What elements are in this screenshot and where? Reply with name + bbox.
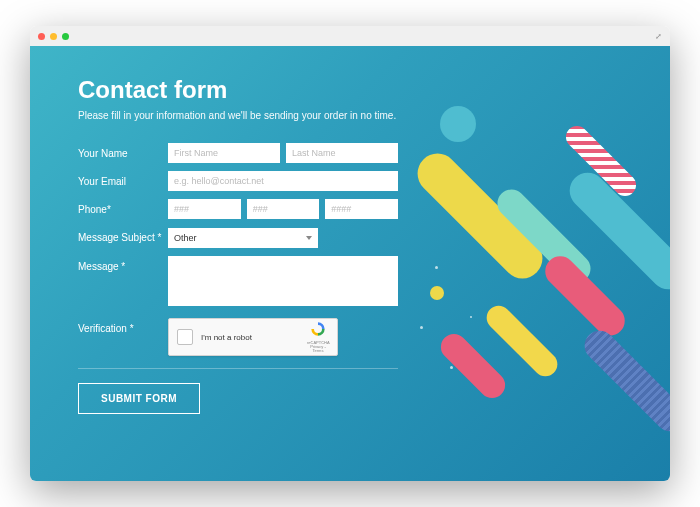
expand-icon[interactable]: ⤢ bbox=[655, 32, 662, 41]
subject-row: Message Subject * Other bbox=[78, 227, 622, 248]
close-window-button[interactable] bbox=[38, 33, 45, 40]
email-row: Your Email bbox=[78, 171, 622, 191]
last-name-input[interactable] bbox=[286, 143, 398, 163]
name-label: Your Name bbox=[78, 143, 168, 159]
recaptcha-widget: I'm not a robot reCAPTCHA Privacy - Term… bbox=[168, 318, 338, 356]
email-input[interactable] bbox=[168, 171, 398, 191]
page-subtitle: Please fill in your information and we'l… bbox=[78, 110, 622, 121]
browser-window: ⤢ Contact form Please fill in your infor… bbox=[30, 26, 670, 481]
page-title: Contact form bbox=[78, 76, 622, 104]
phone-row: Phone* bbox=[78, 199, 622, 219]
first-name-input[interactable] bbox=[168, 143, 280, 163]
subject-select[interactable]: Other bbox=[168, 228, 318, 248]
traffic-lights bbox=[38, 33, 69, 40]
minimize-window-button[interactable] bbox=[50, 33, 57, 40]
submit-button[interactable]: SUBMIT FORM bbox=[78, 383, 200, 414]
message-textarea[interactable] bbox=[168, 256, 398, 306]
name-row: Your Name bbox=[78, 143, 622, 163]
verify-label: Verification * bbox=[78, 318, 168, 334]
phone-part2-input[interactable] bbox=[247, 199, 320, 219]
window-titlebar: ⤢ bbox=[30, 26, 670, 46]
phone-part3-input[interactable] bbox=[325, 199, 398, 219]
phone-part1-input[interactable] bbox=[168, 199, 241, 219]
verify-row: Verification * I'm not a robot reCAPTCHA… bbox=[78, 318, 622, 356]
subject-select-wrap: Other bbox=[168, 227, 318, 248]
divider bbox=[78, 368, 398, 369]
recaptcha-text: I'm not a robot bbox=[201, 333, 299, 342]
message-label: Message * bbox=[78, 256, 168, 272]
recaptcha-checkbox[interactable] bbox=[177, 329, 193, 345]
page-viewport: Contact form Please fill in your informa… bbox=[30, 46, 670, 481]
maximize-window-button[interactable] bbox=[62, 33, 69, 40]
subject-label: Message Subject * bbox=[78, 227, 168, 243]
phone-label: Phone* bbox=[78, 199, 168, 215]
email-label: Your Email bbox=[78, 171, 168, 187]
recaptcha-logo-icon: reCAPTCHA Privacy - Terms bbox=[307, 321, 329, 353]
message-row: Message * bbox=[78, 256, 622, 306]
